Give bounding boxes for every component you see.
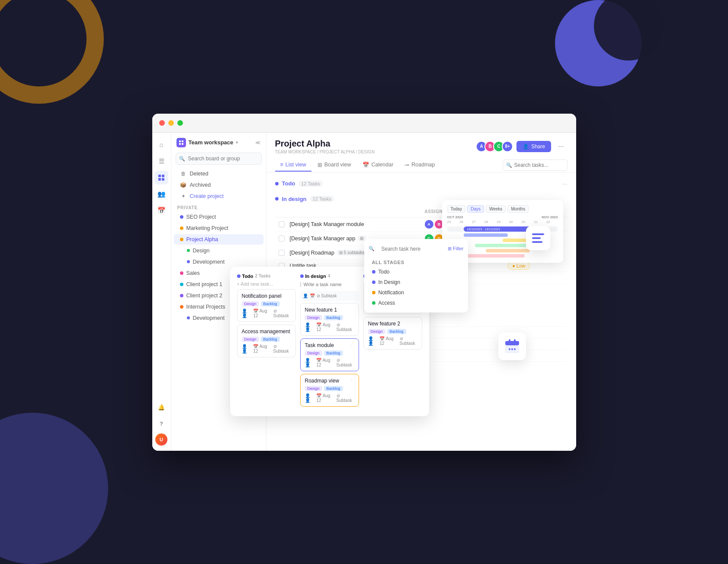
roadmap-months-row: OCT 2023 NOV 2023 xyxy=(447,215,558,219)
calendar-label: Calendar xyxy=(372,162,394,168)
todo-more-button[interactable]: ··· xyxy=(562,180,568,187)
sidebar-item-development[interactable]: Development xyxy=(174,257,263,267)
task-checkbox[interactable] xyxy=(279,250,285,256)
card-avatar: 👤👤 xyxy=(242,309,251,318)
weeks-btn[interactable]: Weeks xyxy=(486,205,506,213)
seo-project-dot xyxy=(180,215,183,219)
workspace-name: Team workspace xyxy=(189,139,234,146)
main-header: Project Alpha TEAM WORKSPACE / PROJECT A… xyxy=(266,133,576,172)
task-search-input[interactable] xyxy=(503,159,568,171)
minimize-button[interactable] xyxy=(168,120,174,126)
search-popup-icon: 🔍 xyxy=(369,246,375,252)
help-icon[interactable]: ? xyxy=(154,417,168,431)
subtask-count: ⊞ 5 subtasks xyxy=(337,250,367,255)
date-28: 28 xyxy=(484,220,496,224)
sidebar-item-project-alpha[interactable]: Project Alpha xyxy=(174,234,263,245)
sidebar-collapse-button[interactable]: ≪ xyxy=(255,140,261,146)
col-indesign-label: In design xyxy=(305,274,326,279)
private-section-label: PRIVATE xyxy=(171,202,266,211)
svg-point-21 xyxy=(514,348,516,350)
development-dot xyxy=(187,260,190,263)
col-todo-label: Todo xyxy=(242,274,253,279)
gantt-bar-4 xyxy=(475,244,530,247)
sidebar-item-marketing[interactable]: Marketing Project xyxy=(174,223,263,233)
card-tag: Design xyxy=(305,315,322,320)
card-more-icon[interactable]: ⋮ xyxy=(350,342,354,351)
card-tag: Backlog xyxy=(324,315,343,320)
icon-sidebar: ⌂ ☰ 👥 📅 🔔 ? U xyxy=(152,133,171,451)
title-bar xyxy=(152,114,576,133)
todo-group-header: Todo 12 Tasks ··· xyxy=(275,178,568,190)
add-task-board-btn[interactable]: + Add new task... xyxy=(237,281,296,287)
board-view-icon: ⊞ xyxy=(317,162,322,168)
task-checkbox[interactable] xyxy=(279,236,285,242)
date-25: 25 xyxy=(447,220,459,224)
workspace-chevron[interactable]: ▾ xyxy=(236,140,238,145)
card-avatar: 👤👤 xyxy=(242,344,251,354)
stage-item-access[interactable]: Access xyxy=(369,298,464,308)
stage-item-todo[interactable]: Todo xyxy=(369,267,464,277)
tab-board-view[interactable]: ⊞ Board view xyxy=(312,159,356,172)
card-tag-design: Design xyxy=(242,337,259,342)
user-avatar[interactable]: U xyxy=(155,433,167,446)
tab-list-view[interactable]: ≡ List view xyxy=(275,159,311,172)
board-card-orange: Roadmap view ⋮ Design Backlog 👤👤 📅 Aug 1… xyxy=(300,374,359,407)
months-btn[interactable]: Months xyxy=(507,205,529,213)
board-card: Notification panel Design Backlog 👤👤 📅 A… xyxy=(237,289,296,322)
card-subtask: ⊘ Subtask xyxy=(337,393,354,403)
notifications-icon[interactable]: 🔔 xyxy=(154,401,168,414)
board-view-label: Board view xyxy=(324,162,351,168)
card-more-icon[interactable]: ⋮ xyxy=(350,378,354,386)
card-tag: Backlog xyxy=(387,329,406,334)
internal-dot xyxy=(180,305,183,309)
sidebar-item-calendar-icon[interactable]: 📅 xyxy=(154,204,168,217)
sidebar-search-input[interactable] xyxy=(176,153,262,165)
tab-calendar[interactable]: 📅 Calendar xyxy=(357,159,399,172)
board-card: New feature 2 Design Backlog 👤👤 📅 Aug 12… xyxy=(363,317,422,350)
stage-item-notification[interactable]: Notification xyxy=(369,287,464,298)
priority-badge: ● Low xyxy=(507,262,530,270)
card-subtask: ⊘ Subtask xyxy=(337,322,354,332)
assignee-avatar: A xyxy=(425,220,433,229)
list-view-label: List view xyxy=(285,162,306,168)
calendar-icon-float xyxy=(498,332,526,360)
sidebar-item-deleted[interactable]: 🗑 Deleted xyxy=(174,169,263,179)
sidebar-item-home[interactable]: ⌂ xyxy=(154,138,168,152)
date-30: 30 xyxy=(509,220,521,224)
gantt-bar-label: 10/10/2023 - 19/12/2023 xyxy=(467,227,500,230)
sidebar-item-team[interactable]: 👥 xyxy=(154,187,168,201)
tab-roadmap[interactable]: ⊸ Roadmap xyxy=(399,159,440,172)
list-view-icon: ≡ xyxy=(280,162,283,168)
share-label: Share xyxy=(531,143,545,150)
sidebar-item-archived[interactable]: 📦 Archived xyxy=(174,180,263,190)
sidebar-item-design[interactable]: Design xyxy=(174,245,263,256)
days-btn[interactable]: Days xyxy=(467,205,484,213)
close-button[interactable] xyxy=(159,120,165,126)
stage-label-indesign: In Design xyxy=(378,279,401,285)
today-btn[interactable]: Today xyxy=(447,205,466,213)
breadcrumb: TEAM WORKSPACE / PROJECT ALPHA / DESIGN xyxy=(275,150,375,154)
roadmap-header-row: Today Days Weeks Months xyxy=(447,205,558,213)
svg-rect-6 xyxy=(179,143,181,145)
more-options-button[interactable]: ··· xyxy=(555,141,567,152)
board-task-input[interactable] xyxy=(304,282,363,287)
sidebar-item-seo[interactable]: SEO Project xyxy=(174,212,263,222)
subtask-indicator: ⊞ xyxy=(358,236,366,241)
date-29: 29 xyxy=(497,220,508,224)
card-subtask: ⊘ Subtask xyxy=(273,309,291,318)
card-avatar: 👤👤 xyxy=(305,393,314,403)
share-button[interactable]: 👤 Share xyxy=(516,141,551,152)
stage-item-indesign[interactable]: In Design xyxy=(369,277,464,287)
filter-icon[interactable]: ⊞ Filter xyxy=(448,246,464,252)
task-checkbox[interactable] xyxy=(279,221,285,227)
maximize-button[interactable] xyxy=(177,120,183,126)
sidebar-item-inbox[interactable]: ☰ xyxy=(154,154,168,168)
gantt-bar-5 xyxy=(486,249,530,252)
stage-search-input[interactable] xyxy=(377,243,446,255)
share-icon: 👤 xyxy=(523,143,529,150)
sidebar-item-create-project[interactable]: ✦ Create project xyxy=(174,191,263,201)
sidebar-item-projects[interactable] xyxy=(154,171,168,185)
task-name-col-header xyxy=(275,207,421,217)
stage-label-notification: Notification xyxy=(378,290,404,296)
search-popup: 🔍 ⊞ Filter All Stages Todo In Design Not… xyxy=(364,239,468,312)
